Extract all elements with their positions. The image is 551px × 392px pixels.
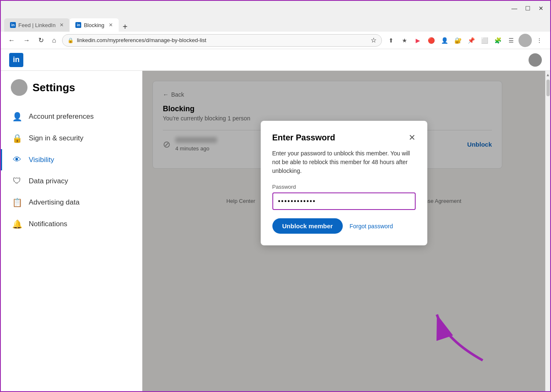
header-right [529, 53, 542, 67]
share-icon[interactable]: ⬆ [385, 35, 397, 46]
main-content: ← Back Blocking You're currently blockin… [142, 71, 545, 391]
maximize-button[interactable]: ☐ [522, 4, 534, 12]
lock-icon: 🔒 [67, 37, 74, 43]
sidebar: Settings 👤 Account preferences 🔒 Sign in… [1, 71, 142, 391]
forward-nav-button[interactable]: → [21, 35, 32, 46]
password-label: Password [272, 184, 416, 190]
account-label: Account preferences [29, 112, 94, 121]
scrollbar-up-arrow[interactable]: ▲ [545, 72, 550, 78]
visibility-label: Visibility [29, 156, 54, 164]
linkedin-logo: in [9, 53, 23, 67]
enter-password-modal: Enter Password ✕ Enter your password to … [261, 121, 427, 245]
linkedin-favicon-2: in [75, 22, 81, 28]
scrollbar[interactable]: ▲ [545, 71, 550, 391]
modal-title: Enter Password [272, 133, 335, 142]
sidebar-item-data[interactable]: 🛡 Data privacy [1, 170, 142, 192]
linkedin-favicon-1: in [10, 22, 16, 28]
extension-1-icon[interactable]: 🔴 [425, 35, 437, 46]
extension-3-icon[interactable]: 📌 [465, 35, 477, 46]
notifications-label: Notifications [29, 220, 67, 228]
nav-actions: ⬆ ★ ▶ 🔴 👤 🔐 📌 ⬜ 🧩 ☰ ⋮ [385, 34, 545, 47]
sidebar-item-account[interactable]: 👤 Account preferences [1, 106, 142, 127]
arrow-annotation [412, 298, 495, 366]
split-screen-icon[interactable]: ⬜ [479, 35, 490, 46]
bitwarden-icon[interactable]: 🔐 [452, 35, 464, 46]
extension-2-icon[interactable]: 👤 [439, 35, 450, 46]
visibility-icon: 👁 [12, 155, 22, 165]
browser-content: in Settings 👤 Account preferences [1, 49, 550, 391]
nav-bar: ← → ↻ ⌂ 🔒 ☆ ⬆ ★ ▶ 🔴 👤 🔐 📌 ⬜ 🧩 ☰ ⋮ [1, 32, 550, 49]
reload-nav-button[interactable]: ↻ [36, 35, 46, 46]
settings-header: Settings [1, 79, 142, 106]
bookmark-star-icon[interactable]: ★ [399, 35, 410, 46]
more-options-icon[interactable]: ⋮ [534, 35, 545, 46]
sidebar-item-visibility[interactable]: 👁 Visibility [1, 149, 142, 170]
security-icon: 🔒 [12, 133, 22, 143]
modal-actions: Unblock member Forgot password [272, 218, 416, 234]
advertising-icon: 📋 [12, 197, 22, 207]
tab-close-2[interactable]: ✕ [109, 22, 113, 28]
password-input[interactable] [272, 192, 416, 210]
bookmark-icon[interactable]: ☆ [371, 36, 376, 44]
close-button[interactable]: ✕ [535, 4, 547, 12]
new-tab-button[interactable]: + [119, 22, 132, 32]
extensions-icon[interactable]: 🧩 [492, 35, 504, 46]
sidebar-item-notifications[interactable]: 🔔 Notifications [1, 213, 142, 235]
linkedin-app: in Settings 👤 Account preferences [1, 49, 550, 391]
address-input[interactable] [77, 37, 367, 43]
scrollbar-thumb[interactable] [546, 80, 550, 96]
tab-blocking[interactable]: in Blocking ✕ [70, 18, 118, 32]
tabs-bar: in Feed | LinkedIn ✕ in Blocking ✕ + [1, 16, 550, 32]
tab-feed-linkedin[interactable]: in Feed | LinkedIn ✕ [4, 18, 70, 32]
home-nav-button[interactable]: ⌂ [50, 35, 59, 46]
forgot-password-link[interactable]: Forgot password [349, 223, 393, 230]
security-label: Sign in & security [29, 134, 83, 142]
pocket-icon[interactable]: ▶ [412, 35, 424, 46]
settings-title: Settings [32, 81, 75, 94]
sidebar-toggle-icon[interactable]: ☰ [505, 35, 517, 46]
back-nav-button[interactable]: ← [6, 35, 17, 46]
modal-close-button[interactable]: ✕ [409, 132, 416, 142]
modal-description: Enter your password to unblock this memb… [272, 149, 416, 175]
tab-close-1[interactable]: ✕ [60, 22, 64, 28]
title-bar: — ☐ ✕ [1, 1, 550, 16]
sidebar-item-advertising[interactable]: 📋 Advertising data [1, 192, 142, 213]
main-layout: Settings 👤 Account preferences 🔒 Sign in… [1, 71, 550, 391]
browser-profile-avatar[interactable] [519, 34, 532, 47]
modal-overlay: Enter Password ✕ Enter your password to … [142, 71, 545, 391]
linkedin-header: in [1, 49, 550, 71]
address-bar[interactable]: 🔒 ☆ [62, 34, 382, 47]
settings-avatar [11, 79, 27, 96]
unblock-member-button[interactable]: Unblock member [272, 218, 343, 234]
notifications-icon: 🔔 [12, 219, 22, 229]
sidebar-item-security[interactable]: 🔒 Sign in & security [1, 127, 142, 149]
advertising-label: Advertising data [29, 198, 80, 207]
modal-header: Enter Password ✕ [272, 132, 416, 142]
minimize-button[interactable]: — [509, 4, 520, 12]
data-icon: 🛡 [12, 176, 22, 186]
window-controls: — ☐ ✕ [509, 4, 547, 12]
user-avatar-header[interactable] [529, 53, 542, 67]
tab-label-2: Blocking [84, 22, 104, 28]
browser-window: — ☐ ✕ in Feed | LinkedIn ✕ in Blocking ✕… [0, 0, 551, 392]
tab-label-1: Feed | LinkedIn [18, 22, 55, 28]
data-label: Data privacy [29, 177, 68, 185]
account-icon: 👤 [12, 112, 22, 122]
